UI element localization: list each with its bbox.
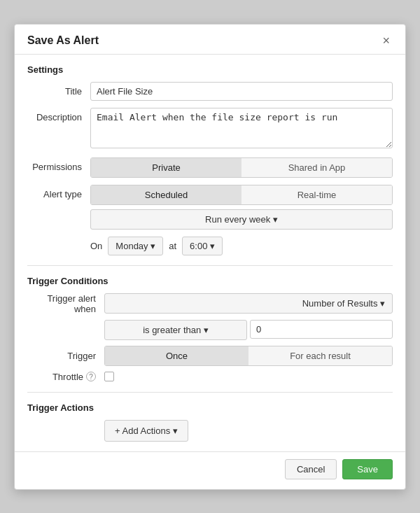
divider-2	[27, 392, 393, 393]
throttle-label-wrap: Throttle ?	[27, 372, 104, 382]
permissions-row: Permissions Private Shared in App	[27, 157, 393, 178]
trigger-when-label: Trigger alert when	[27, 293, 104, 314]
run-schedule-btn[interactable]: Run every week ▾	[90, 209, 393, 230]
trigger-label: Trigger	[27, 351, 104, 361]
alert-realtime-btn[interactable]: Real-time	[241, 185, 392, 204]
permissions-toggle-group: Private Shared in App	[90, 157, 393, 178]
throttle-help-icon[interactable]: ?	[86, 372, 96, 381]
permissions-label: Permissions	[27, 157, 90, 172]
trigger-once-row: Trigger Once For each result	[27, 346, 393, 366]
permissions-control: Private Shared in App	[90, 157, 393, 178]
on-label: On	[90, 241, 102, 251]
condition-operator-wrap: is greater than ▾	[104, 320, 247, 340]
throttle-checkbox[interactable]	[104, 372, 114, 381]
title-field-wrap	[90, 82, 393, 101]
alert-type-row: Alert type Scheduled Real-time Run every…	[27, 185, 393, 230]
cancel-button[interactable]: Cancel	[285, 459, 337, 479]
modal-dialog: Save As Alert × Settings Title Descripti…	[14, 24, 406, 490]
close-button[interactable]: ×	[379, 34, 393, 47]
title-row: Title	[27, 82, 393, 101]
on-day-btn[interactable]: Monday ▾	[108, 237, 163, 255]
add-actions-button[interactable]: + Add Actions ▾	[104, 420, 188, 442]
title-input[interactable]	[90, 82, 393, 101]
permissions-shared-btn[interactable]: Shared in App	[241, 158, 392, 177]
alert-type-control: Scheduled Real-time Run every week ▾	[90, 185, 393, 230]
alert-type-label: Alert type	[27, 185, 90, 199]
modal-overlay: Save As Alert × Settings Title Descripti…	[0, 0, 420, 513]
trigger-actions-title: Trigger Actions	[27, 402, 393, 413]
throttle-row: Throttle ?	[27, 372, 393, 382]
modal-footer: Cancel Save	[15, 451, 405, 489]
throttle-label-text: Throttle	[52, 372, 83, 382]
modal-title: Save As Alert	[27, 34, 99, 47]
description-input[interactable]: Email Alert when the file size report is…	[90, 108, 393, 148]
description-label: Description	[27, 108, 90, 122]
modal-header: Save As Alert ×	[15, 24, 405, 55]
trigger-when-row: Trigger alert when Number of Results ▾	[27, 293, 393, 314]
trigger-once-control: Once For each result	[104, 346, 393, 366]
trigger-once-btn[interactable]: Once	[105, 346, 248, 365]
condition-value-wrap	[250, 320, 393, 340]
modal-body: Settings Title Description Email Alert w…	[15, 55, 405, 451]
settings-section-title: Settings	[27, 64, 393, 75]
permissions-private-btn[interactable]: Private	[91, 158, 241, 177]
trigger-when-control: Number of Results ▾	[104, 293, 393, 314]
throttle-control	[104, 372, 393, 381]
description-field-wrap: Email Alert when the file size report is…	[90, 108, 393, 150]
at-time-btn[interactable]: 6:00 ▾	[182, 237, 223, 255]
trigger-conditions-title: Trigger Conditions	[27, 276, 393, 286]
trigger-when-value: Number of Results ▾	[302, 298, 385, 309]
alert-type-toggle-group: Scheduled Real-time	[90, 185, 393, 205]
save-button[interactable]: Save	[342, 459, 393, 479]
trigger-when-dropdown[interactable]: Number of Results ▾	[104, 293, 393, 314]
condition-value-input[interactable]	[250, 320, 393, 339]
at-label: at	[169, 241, 176, 251]
condition-operator-btn[interactable]: is greater than ▾	[104, 320, 247, 340]
on-row: On Monday ▾ at 6:00 ▾	[90, 237, 393, 255]
trigger-foreach-btn[interactable]: For each result	[248, 346, 392, 365]
condition-row: is greater than ▾	[104, 320, 393, 340]
trigger-toggle-group: Once For each result	[104, 346, 393, 366]
alert-scheduled-btn[interactable]: Scheduled	[91, 185, 241, 204]
title-label: Title	[27, 82, 90, 97]
divider-1	[27, 265, 393, 266]
description-row: Description Email Alert when the file si…	[27, 108, 393, 150]
